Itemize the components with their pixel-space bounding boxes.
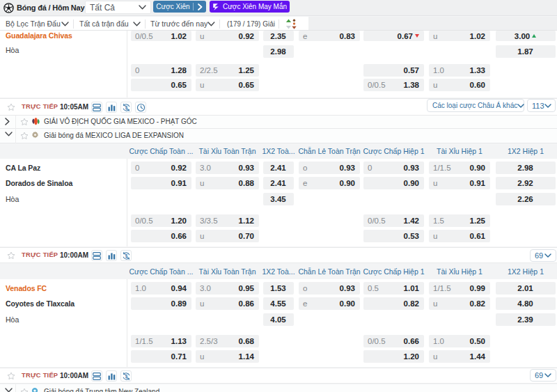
svg-text:$: $ (125, 104, 127, 110)
svg-text:$: $ (125, 253, 127, 258)
svg-text:$: $ (125, 373, 127, 379)
